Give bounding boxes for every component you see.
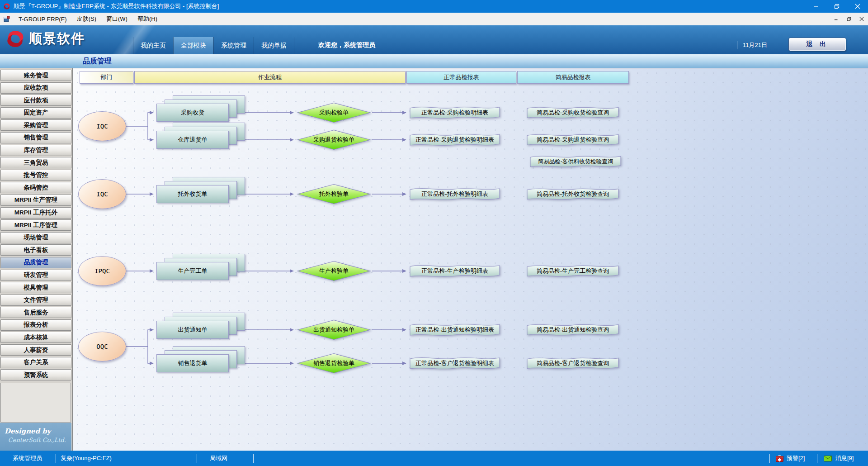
sidebar-item-mold[interactable]: 模具管理 [0, 282, 71, 293]
exit-button[interactable]: 退 出 [789, 38, 846, 51]
sidebar-item-purchasing[interactable]: 采购管理 [0, 119, 71, 131]
dept-ellipse-iqc-1: IQC [78, 111, 126, 141]
tab-all-modules[interactable]: 全部模块 [173, 37, 213, 54]
query-production-completion-inspection[interactable]: 简易品检-生产完工检验查询 [526, 263, 619, 279]
breadcrumb-band: 品质管理 [0, 54, 868, 68]
app-header: 顺景软件 我的主页 全部模块 系统管理 我的单据 欢迎您，系统管理员 11月21… [0, 25, 868, 54]
sidebar-item-receivables[interactable]: 应收款项 [0, 82, 71, 94]
node-sales-return[interactable]: 销售退货单 [156, 346, 245, 372]
sidebar-item-accounting[interactable]: 账务管理 [0, 70, 71, 81]
sidebar-item-e-kanban[interactable]: 电子看板 [0, 244, 71, 256]
dept-ellipse-oqc: OQC [78, 332, 126, 361]
sidebar-item-after-sales[interactable]: 售后服务 [0, 307, 71, 318]
query-shipping-notice-inspection[interactable]: 简易品检-出货通知检验查询 [526, 322, 619, 338]
module-sidebar: 账务管理 应收款项 应付款项 固定资产 采购管理 销售管理 库存管理 三角贸易 … [0, 68, 72, 451]
report-purchase-inspection-detail[interactable]: 正常品检-采购检验明细表 [409, 104, 500, 121]
app-logo-icon [3, 3, 10, 10]
node-outsourcing-receiving[interactable]: 托外收货单 [156, 177, 245, 203]
tab-my-documents[interactable]: 我的单据 [254, 37, 294, 54]
sidebar-item-hr-payroll[interactable]: 人事薪资 [0, 344, 71, 356]
child-restore-button[interactable] [843, 13, 855, 25]
node-sales-return-inspection[interactable]: 销售退货检验单 [297, 353, 371, 374]
titlebar: 顺景『T-GROUP』制造业ERP系统 - 东莞顺景软件科技有限公司 - [系统… [0, 0, 868, 13]
tab-my-home[interactable]: 我的主页 [133, 37, 173, 54]
menu-skin[interactable]: 皮肤(S) [72, 13, 101, 25]
sidebar-item-crm[interactable]: 客户关系 [0, 357, 71, 368]
welcome-text: 欢迎您，系统管理员 [318, 41, 375, 49]
tab-system-management[interactable]: 系统管理 [213, 37, 254, 54]
breadcrumb: 品质管理 [83, 57, 112, 66]
node-purchase-receiving[interactable]: 采购收货 [156, 95, 245, 122]
sidebar-item-inventory[interactable]: 库存管理 [0, 145, 71, 156]
brand-logo: 顺景软件 [5, 29, 85, 49]
status-alerts[interactable]: 预警[2] [787, 451, 805, 466]
node-purchase-return-inspection[interactable]: 采购退货检验单 [297, 129, 371, 150]
close-button[interactable] [847, 0, 868, 13]
erp-application-window: 顺景『T-GROUP』制造业ERP系统 - 东莞顺景软件科技有限公司 - [系统… [0, 0, 868, 466]
dept-ellipse-iqc-2: IQC [78, 179, 126, 209]
sidebar-item-costing[interactable]: 成本核算 [0, 332, 71, 343]
report-purchase-return-inspection-detail[interactable]: 正常品检-采购退货检验明细表 [409, 131, 500, 148]
brand-swirl-icon [5, 29, 25, 49]
restore-button[interactable] [826, 0, 847, 13]
child-close-button[interactable] [855, 13, 868, 25]
menu-window[interactable]: 窗口(W) [101, 13, 132, 25]
query-purchase-return-inspection[interactable]: 简易品检-采购退货检验查询 [526, 132, 619, 148]
sidebar-item-batch-control[interactable]: 批号管控 [0, 170, 71, 181]
status-host: 复杂(Young-PC:FZ) [61, 451, 112, 466]
report-shipping-notice-inspection-detail[interactable]: 正常品检-出货通知检验明细表 [409, 321, 500, 338]
mdi-child-icon [4, 16, 10, 22]
node-production-completion[interactable]: 生产完工单 [156, 254, 245, 280]
sidebar-item-mrp2-outsourcing[interactable]: MRPII 工序托外 [0, 207, 71, 219]
node-production-inspection[interactable]: 生产检验单 [297, 261, 371, 281]
menubar: T-GROUP ERP(E) 皮肤(S) 窗口(W) 帮助(H) [0, 13, 868, 26]
menu-tgroup-erp[interactable]: T-GROUP ERP(E) [14, 13, 72, 25]
query-customer-supplied-receiving-inspection[interactable]: 简易品检-客供料收货检验查询 [529, 153, 622, 170]
node-shipping-notice[interactable]: 出货通知单 [156, 313, 245, 339]
sidebar-item-fixed-assets[interactable]: 固定资产 [0, 107, 71, 119]
query-outsourcing-receiving-inspection[interactable]: 简易品检-托外收货检验查询 [526, 186, 619, 202]
child-minimize-button[interactable] [830, 13, 843, 25]
query-purchase-receiving-inspection[interactable]: 简易品检-采购收货检验查询 [526, 105, 619, 121]
minimize-button[interactable] [806, 0, 826, 13]
sidebar-item-barcode-control[interactable]: 条码管控 [0, 182, 71, 193]
message-icon [824, 451, 832, 466]
status-user: 系统管理员 [13, 451, 42, 466]
sidebar-item-report-analysis[interactable]: 报表分析 [0, 319, 71, 331]
sidebar-item-shopfloor[interactable]: 现场管理 [0, 232, 71, 243]
node-purchase-inspection[interactable]: 采购检验单 [297, 102, 371, 123]
status-network: 局域网 [210, 451, 227, 466]
sidebar-item-mrp2-process[interactable]: MRPII 工序管理 [0, 219, 71, 231]
sidebar-item-documents[interactable]: 文件管理 [0, 295, 71, 306]
query-customer-return-inspection[interactable]: 简易品检-客户退货检验查询 [526, 355, 619, 371]
date-display: 11月21日 [737, 41, 767, 49]
quality-flowchart-canvas: 部门 作业流程 正常品检报表 简易品检报表 [72, 68, 868, 451]
statusbar: 系统管理员 复杂(Young-PC:FZ) 局域网 预警[2] 消息[9] [0, 451, 868, 466]
node-outsourcing-inspection[interactable]: 托外检验单 [297, 184, 371, 204]
status-messages[interactable]: 消息[9] [835, 451, 854, 466]
designed-by-line1: Designed by [5, 427, 71, 435]
sidebar-item-mrp2-production[interactable]: MRPII 生产管理 [0, 195, 71, 206]
alert-icon [776, 451, 783, 466]
sidebar-item-rnd[interactable]: 研发管理 [0, 270, 71, 281]
sidebar-empty-panel [0, 383, 71, 423]
brand-name: 顺景软件 [29, 30, 85, 48]
designed-by-line2: CenterSoft Co.,Ltd. [0, 437, 66, 443]
header-tabs: 我的主页 全部模块 系统管理 我的单据 [133, 37, 294, 54]
sidebar-item-triangle-trade[interactable]: 三角贸易 [0, 157, 71, 168]
node-warehouse-return[interactable]: 仓库退货单 [156, 123, 245, 149]
sidebar-item-payables[interactable]: 应付款项 [0, 95, 71, 106]
node-shipping-notice-inspection[interactable]: 出货通知检验单 [297, 319, 371, 340]
menu-help[interactable]: 帮助(H) [132, 13, 162, 25]
designed-by-block: Designed by CenterSoft Co.,Ltd. [0, 423, 71, 451]
sidebar-item-quality[interactable]: 品质管理 [0, 257, 71, 268]
report-customer-return-inspection-detail[interactable]: 正常品检-客户退货检验明细表 [409, 355, 500, 372]
dept-ellipse-ipqc: IPQC [78, 256, 126, 286]
report-production-inspection-detail[interactable]: 正常品检-生产检验明细表 [409, 262, 500, 280]
sidebar-item-alert-system[interactable]: 预警系统 [0, 369, 71, 380]
window-title: 顺景『T-GROUP』制造业ERP系统 - 东莞顺景软件科技有限公司 - [系统… [14, 2, 806, 10]
sidebar-item-sales[interactable]: 销售管理 [0, 132, 71, 143]
report-outsourcing-inspection-detail[interactable]: 正常品检-托外检验明细表 [409, 185, 500, 203]
